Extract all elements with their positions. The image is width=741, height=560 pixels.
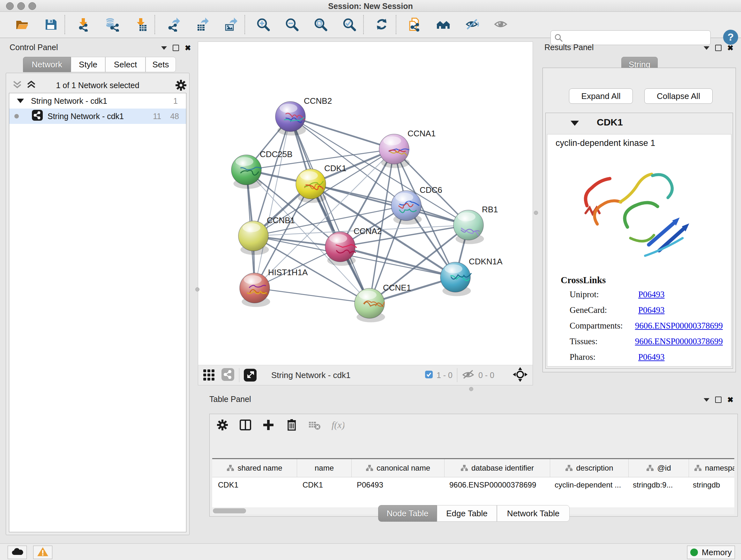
network-view-canvas[interactable]: CCNB2CCNA1CDC25BCDK1CDC6RB1CCNB1CCNA2CDK… — [198, 42, 533, 365]
table-cell[interactable]: CDK1 — [212, 477, 297, 493]
results-float-icon[interactable] — [715, 45, 722, 51]
show-all-icon[interactable] — [493, 16, 509, 33]
tab-style[interactable]: Style — [71, 57, 105, 72]
fit-selection-crosshair-icon[interactable] — [513, 367, 528, 383]
column-header-database-identifier[interactable]: database identifier — [445, 459, 550, 477]
export-table-icon[interactable] — [194, 16, 210, 33]
network-row[interactable]: String Network - cdk1 11 48 — [9, 109, 186, 124]
table-cell[interactable]: 9606.ENSP00000378699 — [444, 477, 549, 493]
column-header-description[interactable]: description — [550, 459, 629, 477]
add-column-icon[interactable] — [261, 419, 275, 433]
panel-float-icon[interactable] — [173, 45, 179, 51]
cdk1-collapse-icon[interactable] — [570, 121, 579, 126]
warning-icon — [37, 547, 49, 558]
first-neighbors-icon[interactable] — [435, 16, 451, 33]
table-close-icon[interactable]: ✖ — [727, 397, 733, 402]
column-header-shared-name[interactable]: shared name — [212, 459, 297, 477]
node-CCNB1[interactable]: CCNB1 — [239, 215, 295, 255]
column-header-name[interactable]: name — [297, 459, 352, 477]
crosslink-label: Pharos: — [569, 352, 638, 362]
panel-menu-icon[interactable] — [161, 46, 167, 50]
crosslink-row: Compartments:9606.ENSP00000378699 — [569, 321, 723, 331]
edge-CDK1-RB1[interactable] — [311, 184, 468, 225]
svg-text:f(x): f(x) — [332, 420, 344, 430]
view-mode-share-icon[interactable] — [221, 368, 234, 382]
import-table-file-icon[interactable] — [133, 16, 149, 33]
export-image-icon[interactable] — [223, 16, 239, 33]
node-CCNA1[interactable]: CCNA1 — [379, 129, 435, 168]
table-cell[interactable]: CDK1 — [297, 477, 351, 493]
table-cell[interactable]: cyclin-dependent ... — [549, 477, 627, 493]
collection-expand-icon[interactable] — [17, 99, 24, 103]
function-builder-icon: f(x) — [330, 419, 344, 433]
zoom-out-icon[interactable] — [284, 16, 300, 33]
zoom-fit-icon[interactable] — [313, 16, 329, 33]
save-session-icon[interactable] — [43, 16, 59, 33]
table-menu-icon[interactable] — [704, 398, 710, 401]
open-file-icon[interactable] — [14, 16, 30, 33]
selected-node-edge-counts: 1 - 0 — [436, 371, 453, 380]
column-header--id[interactable]: @id — [629, 459, 689, 477]
results-menu-icon[interactable] — [704, 46, 710, 50]
birdseye-view-icon[interactable] — [244, 369, 257, 381]
edge-CCNB2-CCNA1[interactable] — [290, 117, 394, 149]
clone-network-icon[interactable] — [407, 16, 422, 33]
tab-select[interactable]: Select — [105, 57, 145, 72]
node-label-RB1: RB1 — [482, 205, 498, 214]
table-cell[interactable]: stringdb:9... — [627, 477, 687, 493]
node-label-CDC6: CDC6 — [420, 185, 442, 195]
tab-sets[interactable]: Sets — [145, 57, 176, 72]
grid-mode-icon[interactable] — [203, 368, 215, 382]
crosslink-value-link[interactable]: P06493 — [638, 305, 665, 315]
zoom-selected-icon[interactable] — [341, 16, 357, 33]
table-row[interactable]: CDK1CDK1P064939606.ENSP00000378699cyclin… — [212, 477, 734, 493]
tab-network[interactable]: Network — [23, 57, 71, 72]
selected-checkbox-icon[interactable] — [424, 370, 433, 380]
table-settings-gear-icon[interactable] — [215, 419, 229, 433]
import-network-database-icon[interactable] — [104, 16, 120, 33]
table-cell[interactable]: P06493 — [351, 477, 444, 493]
zoom-in-icon[interactable] — [255, 16, 271, 33]
node-CCNB2[interactable]: CCNB2 — [275, 96, 332, 135]
export-network-icon[interactable] — [165, 16, 181, 33]
control-panel-tabs: NetworkStyleSelectSets — [23, 57, 176, 72]
crosslink-row: Pharos:P06493 — [569, 352, 723, 362]
cdk1-details: cyclin-dependent kinase 1 — [547, 134, 731, 367]
cdk1-section: CDK1 cyclin-dependent kinase 1 — [545, 113, 733, 369]
right-divider-handle[interactable] — [534, 211, 538, 215]
table-hscrollbar-thumb[interactable] — [213, 508, 246, 513]
import-network-file-icon[interactable] — [75, 16, 91, 33]
crosslink-value-link[interactable]: 9606.ENSP00000378699 — [635, 321, 723, 331]
cloud-icon — [11, 547, 23, 557]
tab-edge-table[interactable]: Edge Table — [437, 505, 497, 522]
node-HIST1H1A[interactable]: HIST1H1A — [240, 267, 308, 307]
network-label: String Network - cdk1 — [48, 112, 124, 121]
crosslink-value-link[interactable]: P06493 — [638, 290, 665, 300]
network-collection-row[interactable]: String Network - cdk1 1 — [9, 93, 186, 109]
apply-layout-icon[interactable] — [374, 16, 390, 33]
table-float-icon[interactable] — [715, 396, 722, 403]
column-header-canonical-name[interactable]: canonical name — [352, 459, 445, 477]
panel-close-icon[interactable]: ✖ — [185, 45, 191, 51]
node-RB1[interactable]: RB1 — [454, 205, 498, 244]
network-options-gear-icon[interactable] — [175, 79, 187, 93]
column-header-namespace[interactable]: namespace — [689, 459, 734, 477]
left-divider-handle[interactable] — [195, 287, 199, 292]
edge-HIST1H1A-CCNE1[interactable] — [255, 288, 369, 303]
cloud-button[interactable] — [8, 546, 27, 559]
show-columns-icon[interactable] — [239, 419, 253, 433]
node-CDKN1A[interactable]: CDKN1A — [441, 257, 502, 296]
hide-selected-icon[interactable] — [464, 16, 480, 33]
crosslink-value-link[interactable]: 9606.ENSP00000378699 — [635, 336, 723, 347]
results-close-icon[interactable]: ✖ — [727, 45, 733, 51]
crosslink-value-link[interactable]: P06493 — [638, 352, 665, 362]
delete-column-icon[interactable] — [284, 419, 298, 433]
table-cell[interactable]: stringdb — [687, 477, 734, 493]
collapse-all-button[interactable]: Collapse All — [644, 88, 713, 104]
memory-button[interactable]: Memory — [687, 546, 735, 559]
tab-network-table[interactable]: Network Table — [497, 505, 569, 522]
tab-node-table[interactable]: Node Table — [378, 505, 437, 522]
expand-all-button[interactable]: Expand All — [569, 88, 633, 104]
warnings-button[interactable] — [33, 546, 52, 559]
bottom-divider-handle[interactable] — [469, 387, 473, 391]
